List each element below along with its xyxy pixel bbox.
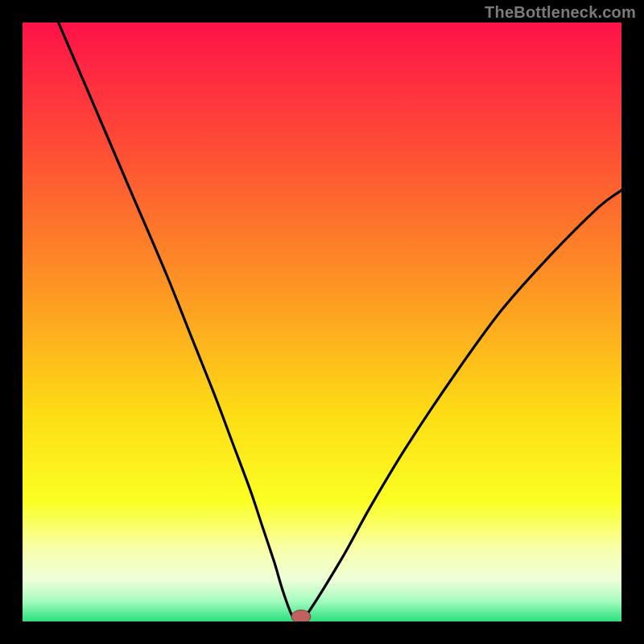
watermark-label: TheBottleneck.com [485,3,636,22]
plot-area [23,23,621,621]
chart-frame: TheBottleneck.com [0,0,644,644]
gradient-background [23,23,621,621]
optimum-marker [291,610,311,621]
plot-svg [23,23,621,621]
